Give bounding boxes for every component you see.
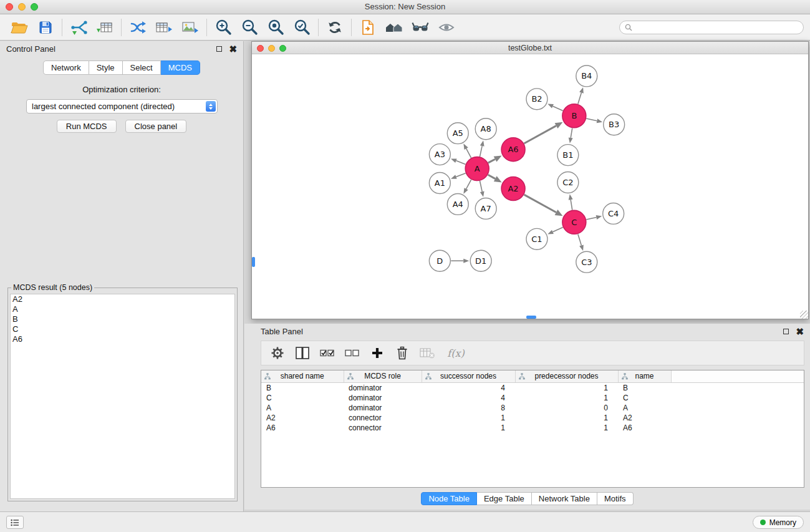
network-edge-B-B3[interactable] [586, 118, 602, 123]
mcds-result-item[interactable]: C [11, 324, 234, 334]
network-edge-A6-B[interactable] [524, 122, 563, 143]
memory-button[interactable]: Memory [753, 516, 804, 529]
network-node-A5[interactable]: A5 [447, 123, 468, 144]
open-file-button[interactable] [6, 17, 32, 38]
zoom-network-window-button[interactable] [279, 45, 286, 52]
table-row[interactable]: Adominator80A [261, 403, 804, 413]
network-edge-A-A1[interactable] [451, 173, 466, 179]
network-edge-A-A7[interactable] [480, 181, 484, 197]
column-header-shared-name[interactable]: shared name [261, 370, 344, 383]
minimize-network-window-button[interactable] [268, 45, 275, 52]
column-header-successor-nodes[interactable]: successor nodes [422, 370, 515, 383]
function-builder-button[interactable]: f(x) [442, 343, 470, 363]
network-edge-A-A6[interactable] [488, 156, 502, 163]
zoom-selected-button[interactable] [289, 17, 315, 38]
annotations-button[interactable] [407, 17, 433, 38]
tab-network-table[interactable]: Network Table [532, 492, 597, 505]
tab-select[interactable]: Select [123, 60, 161, 75]
table-settings-button[interactable] [268, 343, 287, 363]
network-edge-A-A8[interactable] [480, 140, 484, 157]
deselect-all-rows-button[interactable] [342, 343, 362, 363]
delete-row-button[interactable] [392, 343, 412, 363]
network-edge-A-A4[interactable] [463, 180, 471, 194]
network-edge-C-C3[interactable] [578, 234, 584, 251]
close-network-window-button[interactable] [257, 45, 264, 52]
select-all-rows-button[interactable] [317, 343, 337, 363]
network-edge-C-C4[interactable] [586, 215, 602, 220]
network-node-C3[interactable]: C3 [576, 251, 597, 273]
network-edge-B-B1[interactable] [569, 128, 573, 143]
network-edge-A2-C[interactable] [524, 195, 563, 216]
tab-edge-table[interactable]: Edge Table [477, 492, 532, 505]
mcds-result-item[interactable]: A [11, 304, 234, 314]
export-document-button[interactable] [355, 17, 381, 38]
import-table-button[interactable] [92, 17, 118, 38]
close-window-button[interactable] [6, 3, 13, 11]
network-edge-A-A2[interactable] [488, 175, 502, 182]
search-input[interactable] [635, 22, 798, 32]
network-node-A[interactable]: A [465, 157, 489, 181]
tab-motifs[interactable]: Motifs [597, 492, 634, 505]
zoom-window-button[interactable] [31, 3, 38, 11]
column-header-MCDS-role[interactable]: MCDS role [344, 370, 422, 383]
export-image-button[interactable] [177, 17, 203, 38]
network-edge-A-A5[interactable] [463, 143, 471, 158]
create-column-button[interactable] [292, 343, 312, 363]
close-panel-icon[interactable]: ✖ [229, 46, 237, 52]
show-hide-button[interactable] [433, 17, 460, 38]
network-node-A8[interactable]: A8 [475, 118, 496, 140]
table-row[interactable]: A2connector11A2 [261, 413, 804, 423]
resize-grip-icon[interactable] [800, 311, 808, 319]
column-header-predecessor-nodes[interactable]: predecessor nodes [515, 370, 618, 383]
network-canvas[interactable]: B4B2BB3A5A8A6B1A3AA1C2A2A4A7C4CC1C3DD1 [252, 55, 808, 319]
network-node-A3[interactable]: A3 [429, 144, 450, 165]
column-header-name[interactable]: name [618, 370, 671, 383]
network-node-B2[interactable]: B2 [526, 89, 547, 110]
delete-table-button[interactable] [417, 343, 437, 363]
network-node-C[interactable]: C [562, 210, 586, 234]
network-node-D1[interactable]: D1 [470, 250, 491, 271]
network-node-C2[interactable]: C2 [557, 172, 579, 193]
zoom-out-button[interactable] [236, 17, 263, 38]
zoom-in-button[interactable] [210, 17, 236, 38]
vertical-scrollbar-thumb[interactable] [252, 257, 255, 267]
network-node-B3[interactable]: B3 [604, 114, 625, 135]
network-node-C1[interactable]: C1 [526, 228, 547, 249]
export-network-button[interactable] [125, 17, 151, 38]
import-network-button[interactable] [65, 17, 92, 38]
tab-network[interactable]: Network [43, 60, 89, 75]
network-node-B1[interactable]: B1 [557, 145, 579, 166]
network-window-titlebar[interactable]: testGlobe.txt [252, 42, 808, 54]
criterion-dropdown[interactable]: largest connected component (directed) [26, 99, 218, 114]
network-node-D[interactable]: D [429, 250, 450, 271]
save-session-button[interactable] [32, 17, 59, 38]
export-table-button[interactable] [151, 17, 177, 38]
network-edge-C-C2[interactable] [569, 194, 573, 210]
network-node-A7[interactable]: A7 [475, 198, 496, 219]
tab-style[interactable]: Style [89, 60, 123, 75]
minimize-window-button[interactable] [18, 3, 26, 11]
table-row[interactable]: A6connector11A6 [261, 423, 804, 433]
network-node-B[interactable]: B [562, 104, 586, 128]
network-node-A6[interactable]: A6 [501, 138, 525, 162]
network-node-A2[interactable]: A2 [501, 177, 525, 201]
search-field[interactable] [619, 21, 804, 34]
network-node-A1[interactable]: A1 [429, 173, 450, 194]
task-history-button[interactable] [6, 516, 24, 529]
close-table-panel-icon[interactable]: ✖ [796, 328, 804, 335]
network-edge-B-B4[interactable] [578, 87, 584, 104]
tab-mcds[interactable]: MCDS [161, 60, 200, 75]
mcds-result-item[interactable]: A6 [11, 334, 234, 344]
mcds-result-item[interactable]: B [11, 314, 234, 324]
close-panel-button[interactable]: Close panel [125, 120, 187, 133]
float-table-panel-icon[interactable] [783, 329, 789, 334]
run-mcds-button[interactable]: Run MCDS [57, 120, 117, 133]
table-row[interactable]: Bdominator41B [261, 383, 804, 393]
mcds-result-item[interactable]: A2 [11, 294, 234, 304]
network-canvas-area[interactable]: B4B2BB3A5A8A6B1A3AA1C2A2A4A7C4CC1C3DD1 [252, 55, 808, 319]
home-button[interactable] [381, 17, 407, 38]
network-edge-A-A3[interactable] [451, 158, 466, 164]
network-node-A4[interactable]: A4 [447, 193, 468, 215]
network-node-C4[interactable]: C4 [603, 203, 624, 224]
table-row[interactable]: Cdominator41C [261, 393, 804, 403]
